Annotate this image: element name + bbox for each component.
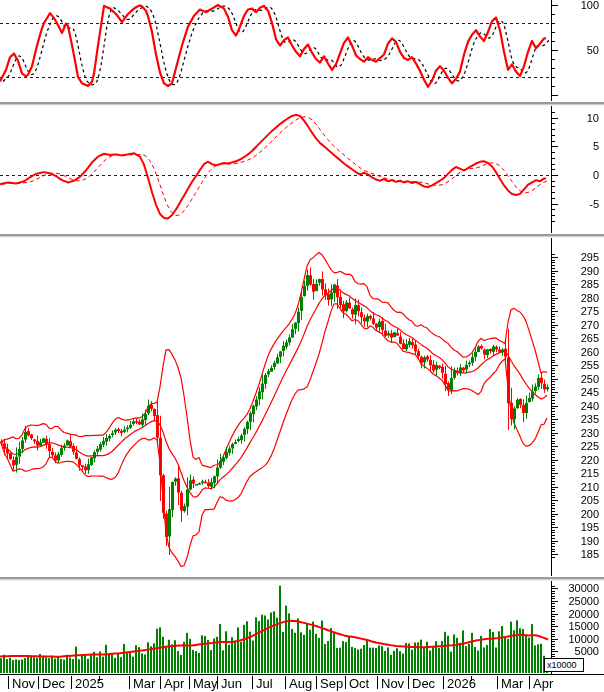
stock-chart-window: 100501050-529529028528027527026526025525… bbox=[0, 0, 604, 692]
chart-canvas[interactable] bbox=[0, 0, 604, 692]
volume-unit-label: x10000 bbox=[544, 658, 584, 672]
